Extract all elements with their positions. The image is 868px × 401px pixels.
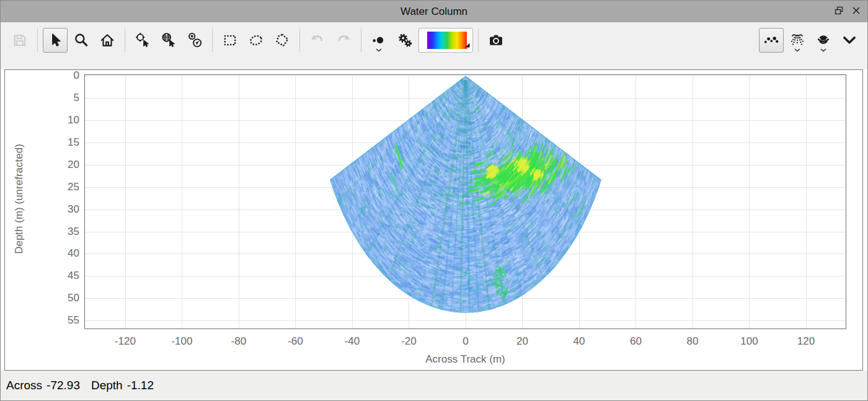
zoom-tool-button[interactable] — [69, 28, 94, 53]
status-across-value: -72.93 — [46, 379, 80, 392]
x-tick-label: -40 — [330, 335, 374, 348]
redo-button[interactable] — [331, 28, 356, 53]
y-tick-label: 10 — [36, 113, 79, 127]
toolbar-group — [304, 28, 356, 53]
x-tick-label: -120 — [104, 335, 147, 348]
beam-fan-icon — [789, 32, 805, 48]
x-tick-label: -80 — [217, 335, 260, 348]
y-tick-label: 25 — [36, 180, 79, 194]
status-bar: Across -72.93 Depth -1.12 — [1, 371, 867, 400]
y-tick-label: 5 — [36, 91, 79, 105]
status-depth-value: -1.12 — [127, 379, 154, 392]
dropdown-chevron-icon — [820, 48, 826, 52]
x-tick-label: -20 — [387, 335, 430, 348]
titlebar-buttons — [833, 1, 862, 22]
toolbar-group — [217, 28, 295, 53]
chevron-down-icon — [841, 32, 857, 48]
more-options-button[interactable] — [837, 28, 862, 53]
titlebar[interactable]: Water Column — [1, 1, 867, 22]
window-title: Water Column — [1, 1, 867, 22]
select-polygon-tool-button[interactable] — [270, 28, 294, 53]
save-button[interactable] — [7, 28, 32, 53]
x-tick-label: -100 — [160, 335, 203, 348]
points-display-mode-button[interactable] — [759, 28, 784, 53]
camera-icon — [488, 32, 504, 48]
x-tick-label: 100 — [727, 335, 771, 348]
toolbar-separator — [361, 29, 361, 52]
toolbar-group — [483, 28, 509, 53]
undo-icon — [309, 32, 326, 48]
points-mode-icon — [763, 32, 779, 48]
y-tick-label: 45 — [36, 269, 79, 283]
x-tick-label: 40 — [557, 335, 601, 348]
x-tick-label: 120 — [784, 335, 828, 348]
y-tick-label: 55 — [36, 314, 79, 327]
toolbar-group — [7, 28, 33, 53]
status-depth-label: Depth — [91, 379, 123, 392]
dashed-polygon-icon — [274, 32, 290, 48]
axes-area — [84, 74, 846, 329]
snapshot-button[interactable] — [484, 28, 508, 53]
select-ellipse-tool-button[interactable] — [244, 28, 268, 53]
plot-widget: Across Track (m) Depth (m) (unrefracted)… — [4, 69, 863, 371]
pointer-tool-button[interactable] — [43, 28, 68, 53]
close-window-button[interactable] — [850, 6, 862, 18]
dropdown-chevron-icon — [376, 48, 382, 52]
home-view-button[interactable] — [95, 28, 120, 53]
x-tick-label: 0 — [444, 335, 487, 348]
point-size-icon — [371, 32, 387, 48]
toolbar-separator — [125, 29, 125, 52]
y-tick-label: 15 — [36, 136, 79, 149]
float-icon — [833, 5, 844, 19]
save-icon — [12, 32, 28, 48]
x-tick-label: -60 — [273, 335, 317, 348]
crosshair-cursor-icon — [135, 32, 151, 48]
x-axis-title: Across Track (m) — [85, 353, 846, 366]
cursor-icon — [47, 32, 63, 48]
y-axis-title: Depth (m) (unrefracted) — [13, 144, 25, 254]
undo-button[interactable] — [305, 28, 330, 53]
y-tick-label: 0 — [36, 69, 79, 82]
dropdown-chevron-icon — [794, 48, 800, 52]
toolbar-right-group — [758, 28, 862, 53]
swath-display-mode-button[interactable] — [811, 28, 836, 53]
close-icon — [851, 5, 862, 19]
colormap-button[interactable] — [418, 28, 473, 53]
select-rectangle-tool-button[interactable] — [218, 28, 242, 53]
water-column-window: Water Column Across Track (m) Depth (m) … — [0, 0, 868, 401]
status-across-label: Across — [6, 379, 42, 392]
y-tick-label: 30 — [36, 203, 79, 216]
colormap-swatch — [425, 32, 467, 49]
x-tick-label: 60 — [614, 335, 657, 348]
gears-icon — [397, 32, 413, 48]
toolbar-group — [42, 28, 120, 53]
redo-icon — [335, 32, 352, 48]
water-column-plot[interactable] — [85, 75, 846, 328]
toolbar-group — [366, 28, 474, 53]
toolbar-separator — [299, 29, 300, 52]
target-compass-tool-button[interactable] — [182, 28, 207, 53]
float-window-button[interactable] — [833, 6, 845, 18]
display-settings-button[interactable] — [392, 28, 417, 53]
x-tick-label: 80 — [671, 335, 714, 348]
beams-display-mode-button[interactable] — [785, 28, 810, 53]
y-tick-label: 35 — [36, 225, 79, 239]
toolbar-group — [130, 28, 208, 53]
toolbar — [1, 22, 867, 69]
y-tick-label: 20 — [36, 158, 79, 172]
pick-position-tool-button[interactable] — [130, 28, 155, 53]
pick-geo-tool-button[interactable] — [156, 28, 181, 53]
toolbar-separator — [478, 29, 479, 52]
y-tick-label: 40 — [36, 247, 79, 260]
point-size-button[interactable] — [366, 28, 391, 53]
dashed-ellipse-icon — [248, 32, 264, 48]
dropdown-triangle-icon — [464, 43, 470, 48]
dashed-rectangle-icon — [222, 32, 238, 48]
home-icon — [99, 32, 115, 48]
globe-cursor-icon — [161, 32, 177, 48]
sonar-swath-icon — [815, 32, 831, 48]
toolbar-separator — [37, 29, 38, 52]
toolbar-separator — [212, 29, 213, 52]
zoom-icon — [73, 32, 89, 48]
x-tick-label: 20 — [500, 335, 544, 348]
